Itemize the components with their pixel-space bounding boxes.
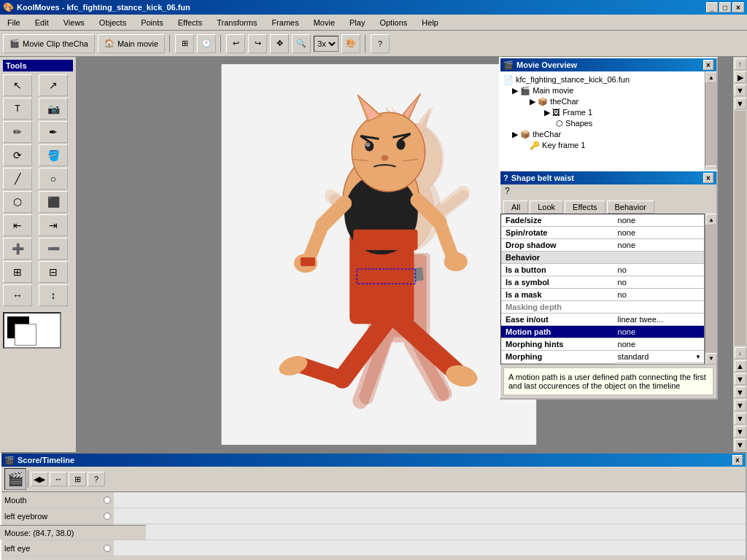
shape-panel-close[interactable]: × bbox=[703, 173, 713, 183]
prop-motion-path[interactable]: Motion pathnone bbox=[501, 326, 704, 338]
tree-item-frame1[interactable]: ▶ 🖼 Frame 1 bbox=[503, 107, 702, 118]
polygon-tool[interactable]: ⬡ bbox=[3, 191, 32, 213]
tl-bar-left-eye[interactable] bbox=[114, 540, 746, 556]
select-tool[interactable]: ↖ bbox=[3, 74, 32, 96]
right-btn-2[interactable]: ▶ bbox=[735, 71, 746, 83]
text-tool[interactable]: T bbox=[3, 98, 32, 120]
move-right-tool[interactable]: ⇥ bbox=[39, 214, 68, 236]
tl-bar-right-eyebrow[interactable] bbox=[114, 524, 746, 540]
prop-fade-size[interactable]: Fade/sizenone bbox=[501, 214, 704, 227]
menu-item-file[interactable]: File bbox=[3, 17, 25, 28]
color-button[interactable]: 🎨 bbox=[341, 34, 360, 53]
shape-scroll-track[interactable] bbox=[705, 225, 716, 353]
remove2-tool[interactable]: ⊟ bbox=[39, 261, 68, 283]
menu-item-play[interactable]: Play bbox=[345, 17, 369, 28]
menu-item-movie[interactable]: Movie bbox=[309, 17, 339, 28]
menu-item-effects[interactable]: Effects bbox=[174, 17, 206, 28]
right-btn-11[interactable]: ▼ bbox=[735, 426, 746, 438]
menu-item-edit[interactable]: Edit bbox=[31, 17, 53, 28]
background-color[interactable] bbox=[15, 324, 36, 346]
line-tool[interactable]: ╱ bbox=[3, 168, 32, 190]
menu-item-views[interactable]: Views bbox=[59, 17, 89, 28]
scroll-track[interactable] bbox=[705, 83, 716, 166]
right-btn-5[interactable]: ↓ bbox=[735, 347, 746, 359]
pen-tool[interactable]: ✒ bbox=[39, 121, 68, 143]
shape-scroll-down[interactable]: ▼ bbox=[705, 353, 717, 365]
maximize-button[interactable]: □ bbox=[719, 2, 731, 12]
tree-item-shapes[interactable]: ⬡ Shapes bbox=[503, 118, 702, 129]
move-left-tool[interactable]: ⇤ bbox=[3, 214, 32, 236]
grid-button[interactable]: ⊞ bbox=[175, 34, 194, 53]
close-button[interactable]: × bbox=[732, 2, 744, 12]
shape-help-icon[interactable]: ? bbox=[505, 186, 510, 196]
menu-item-help[interactable]: Help bbox=[417, 17, 443, 28]
expand-tool[interactable]: ↔ bbox=[3, 284, 32, 306]
menu-item-options[interactable]: Options bbox=[375, 17, 411, 28]
select2-tool[interactable]: ↗ bbox=[39, 74, 68, 96]
camera-tool[interactable]: 📷 bbox=[39, 98, 68, 120]
rotate-tool[interactable]: ⟳ bbox=[3, 144, 32, 166]
right-scroll-track[interactable] bbox=[735, 111, 746, 346]
oval-tool[interactable]: ○ bbox=[39, 168, 68, 190]
tab-look[interactable]: Look bbox=[530, 201, 563, 214]
undo-button[interactable]: ↩ bbox=[226, 34, 245, 53]
right-btn-4[interactable]: ▼ bbox=[735, 98, 746, 109]
shape-scroll-up[interactable]: ▲ bbox=[705, 214, 717, 225]
prop-morphing[interactable]: Morphingstandard ▼ bbox=[501, 351, 704, 364]
zoom-select[interactable]: 3x 1x 2x 4x bbox=[314, 36, 338, 52]
tl-btn-1[interactable]: ◀▶ bbox=[31, 472, 48, 486]
remove-tool[interactable]: ➖ bbox=[39, 238, 68, 260]
menu-item-points[interactable]: Points bbox=[136, 17, 168, 28]
menu-item-frames[interactable]: Frames bbox=[267, 17, 303, 28]
tl-row-mouth[interactable]: Mouth bbox=[1, 492, 746, 508]
tree-item-thechar[interactable]: ▶ 📦 theChar bbox=[503, 96, 702, 107]
minimize-button[interactable]: _ bbox=[706, 2, 718, 12]
add-tool[interactable]: ➕ bbox=[3, 238, 32, 260]
canvas-area[interactable]: 🎬 Movie Overview × 📄 kfc_fighting_stance… bbox=[77, 57, 732, 452]
right-btn-6[interactable]: ▲ bbox=[735, 360, 746, 372]
main-movie-button[interactable]: 🏠 Main movie bbox=[98, 34, 165, 53]
tree-item-thechar2[interactable]: ▶ 📦 theChar bbox=[503, 129, 702, 140]
tl-row-left-eye[interactable]: left eye bbox=[1, 540, 746, 556]
tab-all[interactable]: All bbox=[503, 201, 528, 214]
movie-clip-button[interactable]: 🎬 Movie Clip theCha bbox=[3, 34, 95, 53]
tl-row-left-eyebrow[interactable]: left eyebrow bbox=[1, 508, 746, 524]
color-box[interactable] bbox=[3, 312, 61, 349]
tl-bar-mouth[interactable] bbox=[114, 492, 746, 508]
prop-drop-shadow[interactable]: Drop shadownone bbox=[501, 239, 704, 252]
right-btn-12[interactable]: ▼ bbox=[735, 439, 746, 451]
prop-is-mask[interactable]: Is a maskno bbox=[501, 289, 704, 301]
help-button[interactable]: ? bbox=[371, 34, 390, 53]
move-button[interactable]: ✥ bbox=[270, 34, 289, 53]
right-btn-7[interactable]: ▼ bbox=[735, 373, 746, 385]
right-btn-1[interactable]: ↑ bbox=[735, 58, 746, 70]
clock-button[interactable]: 🕐 bbox=[197, 34, 216, 53]
prop-spin-rotate[interactable]: Spin/rotatenone bbox=[501, 227, 704, 239]
prop-is-button[interactable]: Is a buttonno bbox=[501, 264, 704, 276]
pencil-tool[interactable]: ✏ bbox=[3, 121, 32, 143]
add2-tool[interactable]: ⊞ bbox=[3, 261, 32, 283]
movie-overview-scrollbar[interactable]: ▲ ▼ bbox=[705, 71, 716, 177]
tree-item-main-movie[interactable]: ▶ 🎬 Main movie bbox=[503, 85, 702, 96]
tl-bar-left-eyebrow[interactable] bbox=[114, 508, 746, 524]
menu-item-objects[interactable]: Objects bbox=[95, 17, 131, 28]
right-btn-3[interactable]: ▼ bbox=[735, 85, 746, 96]
prop-is-symbol[interactable]: Is a symbolno bbox=[501, 276, 704, 289]
tab-behavior[interactable]: Behavior bbox=[607, 201, 654, 214]
scroll-up-btn[interactable]: ▲ bbox=[705, 71, 717, 83]
right-btn-8[interactable]: ▼ bbox=[735, 386, 746, 398]
zoom-in-button[interactable]: 🔍 bbox=[292, 34, 311, 53]
tl-btn-3[interactable]: ⊞ bbox=[69, 472, 86, 486]
right-btn-10[interactable]: ▼ bbox=[735, 413, 746, 424]
prop-morphing-hints[interactable]: Morphing hintsnone bbox=[501, 338, 704, 351]
tl-btn-help[interactable]: ? bbox=[88, 472, 105, 486]
shape-panel-scrollbar[interactable]: ▲ ▼ bbox=[705, 214, 716, 365]
menu-item-transforms[interactable]: Transforms bbox=[212, 17, 261, 28]
fill-tool[interactable]: 🪣 bbox=[39, 144, 68, 166]
tree-item-file[interactable]: 📄 kfc_fighting_stance_kick_06.fun bbox=[503, 74, 702, 85]
contract-tool[interactable]: ↕ bbox=[39, 284, 68, 306]
tree-item-keyframe[interactable]: 🔑 Key frame 1 bbox=[503, 140, 702, 151]
redo-button[interactable]: ↪ bbox=[248, 34, 267, 53]
timeline-close[interactable]: × bbox=[732, 455, 743, 465]
movie-overview-close[interactable]: × bbox=[703, 60, 713, 70]
